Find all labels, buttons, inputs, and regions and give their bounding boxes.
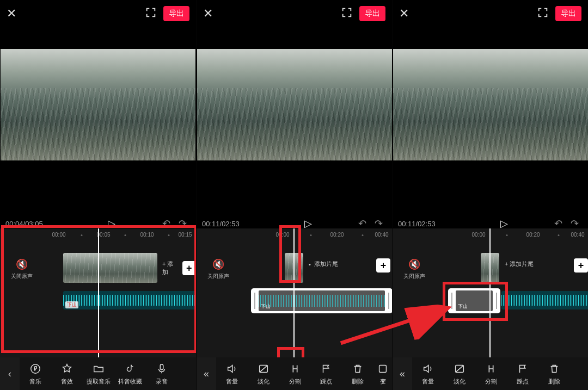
svg-rect-3	[379, 365, 387, 372]
speaker-icon: 🔇	[398, 258, 431, 270]
video-preview[interactable]	[197, 49, 392, 160]
mute-label: 关闭原声	[207, 273, 229, 279]
close-icon[interactable]: ✕	[203, 7, 219, 21]
split-icon	[289, 362, 301, 375]
tool-volume[interactable]: 音量	[216, 362, 248, 386]
playhead[interactable]	[98, 228, 99, 357]
tool-soundfx[interactable]: 音效	[51, 362, 83, 386]
back-icon[interactable]: ‹	[0, 357, 20, 390]
more-icon	[377, 362, 389, 375]
export-button[interactable]: 导出	[359, 6, 385, 21]
tool-tiktok-fav[interactable]: 抖音收藏	[114, 362, 146, 386]
topbar: ✕ 导出	[0, 0, 196, 27]
fullscreen-icon[interactable]	[339, 7, 355, 21]
redo-icon[interactable]: ↷	[174, 218, 191, 230]
playhead[interactable]	[489, 228, 491, 357]
add-tail-label: + 添加片尾	[505, 260, 534, 268]
mic-icon	[156, 362, 168, 375]
plus-icon[interactable]: +	[376, 258, 390, 273]
undo-icon[interactable]: ↶	[158, 218, 174, 230]
add-tail-label: + 添加	[162, 260, 179, 276]
audio-clip-label: 下山	[65, 301, 78, 308]
trash-icon	[352, 362, 364, 375]
tool-fade[interactable]: 淡化	[444, 362, 475, 386]
toolbar: ‹ 音乐 音效 提取音乐 抖音收藏 录音	[0, 357, 196, 390]
timecode: 00:11/02:53	[202, 220, 262, 228]
tool-delete[interactable]: 删除	[342, 362, 373, 386]
mute-original[interactable]: 🔇 关闭原声	[5, 258, 38, 280]
editor-panel-2: ✕ 导出 00:11/02:53 ▷ ↶ ↷ 00:00 00:20 00:40…	[196, 0, 392, 390]
back-icon[interactable]: «	[197, 357, 216, 390]
audio-clip-selected[interactable]: 下山	[251, 288, 392, 313]
add-tail-label: 添加片尾	[314, 260, 338, 268]
tool-beat[interactable]: 踩点	[507, 362, 538, 386]
tool-delete[interactable]: 删除	[538, 362, 570, 386]
timeline[interactable]: 00:00 00:20 00:40 🔇 关闭原声 • 添加片尾 + 下山	[197, 228, 392, 357]
undo-icon[interactable]: ↶	[550, 218, 566, 230]
split-icon	[485, 362, 497, 375]
speaker-icon: 🔇	[202, 258, 235, 270]
toolbar: « 音量 淡化 分割 踩点 删除	[393, 357, 588, 390]
tool-fade[interactable]: 淡化	[248, 362, 279, 386]
tool-music[interactable]: 音乐	[20, 362, 51, 386]
audio-clip-label: 下山	[458, 303, 468, 310]
redo-icon[interactable]: ↷	[566, 218, 583, 230]
export-button[interactable]: 导出	[555, 6, 581, 21]
volume-icon	[422, 362, 434, 375]
add-tail[interactable]: • 添加片尾	[309, 260, 338, 268]
timeline[interactable]: 00:00 00:05 00:10 00:15 🔇 关闭原声 + 添加 + 下山	[0, 228, 196, 357]
video-preview[interactable]	[1, 49, 195, 160]
play-icon[interactable]: ▷	[262, 218, 354, 230]
flag-icon	[517, 362, 529, 375]
tool-beat[interactable]: 踩点	[310, 362, 342, 386]
timeline[interactable]: 00:00 00:20 00:40 🔇 关闭原声 + 添加片尾 + 下山	[393, 228, 588, 357]
fade-icon	[454, 362, 465, 375]
tool-record[interactable]: 录音	[146, 362, 177, 386]
export-button[interactable]: 导出	[163, 6, 189, 21]
speaker-icon: 🔇	[5, 258, 38, 270]
svg-rect-1	[160, 364, 163, 369]
tool-split[interactable]: 分割	[279, 362, 311, 386]
tool-more[interactable]: 变	[373, 362, 392, 386]
audio-clip-remainder[interactable]	[501, 291, 588, 309]
mute-label: 关闭原声	[403, 273, 425, 279]
timecode: 00:11/02:53	[398, 220, 458, 228]
plus-icon[interactable]: +	[182, 261, 196, 275]
add-tail[interactable]: + 添加 +	[162, 260, 196, 276]
audio-clip-selected[interactable]: 下山	[448, 288, 500, 313]
flag-icon	[320, 362, 332, 375]
timecode: 00:04/03:05	[5, 220, 65, 228]
toolbar: « 音量 淡化 分割 踩点 删除	[197, 357, 392, 390]
video-preview[interactable]	[393, 49, 588, 160]
tool-extract-music[interactable]: 提取音乐	[83, 362, 114, 386]
topbar: ✕ 导出	[197, 0, 392, 27]
fade-icon	[258, 362, 270, 375]
fullscreen-icon[interactable]	[535, 7, 551, 21]
trash-icon	[548, 362, 560, 375]
folder-icon	[93, 362, 105, 375]
video-clip[interactable]	[63, 253, 157, 283]
play-icon[interactable]: ▷	[458, 218, 550, 230]
redo-icon[interactable]: ↷	[370, 218, 387, 230]
plus-icon[interactable]: +	[574, 258, 588, 273]
mute-original[interactable]: 🔇 关闭原声	[398, 258, 431, 280]
add-tail[interactable]: + 添加片尾	[505, 260, 534, 268]
close-icon[interactable]: ✕	[399, 7, 415, 21]
playhead[interactable]	[293, 228, 295, 357]
editor-panel-1: ✕ 导出 00:04/03:05 ▷ ↶ ↷ 00:00 00:05 00:10…	[0, 0, 196, 390]
fullscreen-icon[interactable]	[143, 7, 159, 21]
tool-volume[interactable]: 音量	[412, 362, 444, 386]
tool-split[interactable]: 分割	[475, 362, 507, 386]
music-icon	[29, 362, 41, 375]
mute-original[interactable]: 🔇 关闭原声	[202, 258, 235, 280]
back-icon[interactable]: «	[393, 357, 412, 390]
audio-clip[interactable]: 下山	[63, 291, 196, 309]
play-icon[interactable]: ▷	[65, 218, 158, 230]
mute-label: 关闭原声	[11, 273, 33, 279]
star-icon	[61, 362, 73, 375]
undo-icon[interactable]: ↶	[354, 218, 370, 230]
topbar: ✕ 导出	[393, 0, 588, 27]
close-icon[interactable]: ✕	[7, 7, 23, 21]
editor-panel-3: ✕ 导出 00:11/02:53 ▷ ↶ ↷ 00:00 00:20 00:40…	[392, 0, 588, 390]
volume-icon	[226, 362, 238, 375]
